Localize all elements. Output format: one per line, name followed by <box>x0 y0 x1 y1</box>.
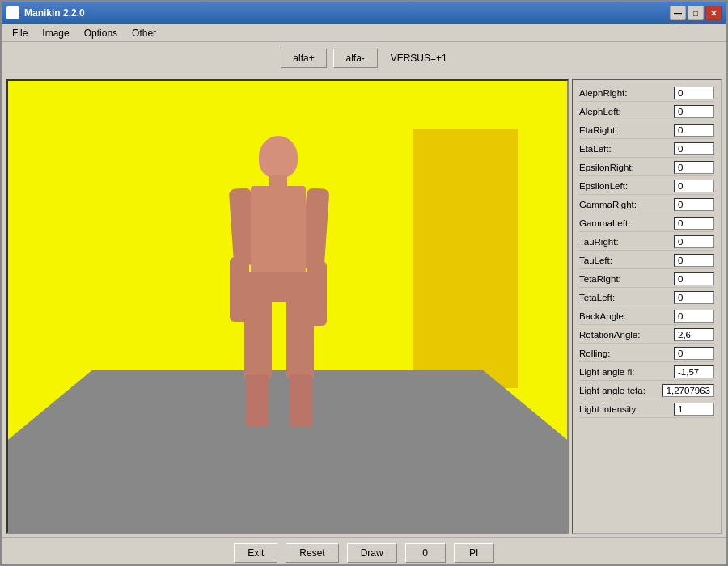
param-value-11[interactable]: 0 <box>674 291 714 304</box>
param-value-14[interactable]: 0 <box>674 347 714 360</box>
param-label-16: Light angle teta: <box>579 386 645 395</box>
figure-lower-leg-left <box>246 374 269 427</box>
pi-button[interactable]: PI <box>454 543 494 563</box>
param-row-10: TetaRight:0 <box>579 271 714 288</box>
param-value-12[interactable]: 0 <box>674 310 714 323</box>
close-button[interactable]: ✕ <box>705 6 722 20</box>
zero-button[interactable]: 0 <box>405 543 446 563</box>
param-value-8[interactable]: 0 <box>674 235 714 248</box>
toolbar: alfa+ alfa- VERSUS=+1 <box>2 42 726 74</box>
param-value-1[interactable]: 0 <box>674 105 714 118</box>
param-label-2: EtaRight: <box>579 125 617 135</box>
param-row-16: Light angle teta:1,2707963 <box>579 382 714 399</box>
menu-file[interactable]: File <box>5 25 35 41</box>
param-row-0: AlephRight:0 <box>579 85 714 102</box>
param-row-12: BackAngle:0 <box>579 308 714 325</box>
param-row-7: GammaLeft:0 <box>579 215 714 232</box>
bottom-bar: ExitResetDraw0PI <box>2 537 726 566</box>
param-label-12: BackAngle: <box>579 311 626 321</box>
param-label-4: EpsilonRight: <box>579 163 634 172</box>
param-row-5: EpsilonLeft:0 <box>579 178 714 195</box>
param-label-5: EpsilonLeft: <box>579 181 628 191</box>
param-row-6: GammaRight:0 <box>579 196 714 213</box>
app-icon: M <box>6 6 19 19</box>
param-value-0[interactable]: 0 <box>674 87 714 99</box>
alfa-minus-button[interactable]: alfa- <box>333 49 378 68</box>
param-value-7[interactable]: 0 <box>674 217 714 230</box>
param-row-3: EtaLeft:0 <box>579 141 714 158</box>
param-value-5[interactable]: 0 <box>674 180 714 192</box>
draw-button[interactable]: Draw <box>347 543 397 563</box>
param-row-11: TetaLeft:0 <box>579 289 714 306</box>
param-label-14: Rolling: <box>579 348 610 358</box>
main-content: AlephRight:0AlephLeft:0EtaRight:0EtaLeft… <box>2 74 726 537</box>
param-row-13: RotationAngle:2,6 <box>579 327 714 344</box>
scene <box>8 81 567 532</box>
side-panel: AlephRight:0AlephLeft:0EtaRight:0EtaLeft… <box>572 79 722 534</box>
menu-other[interactable]: Other <box>125 25 163 41</box>
figure-lower-leg-right <box>290 374 312 427</box>
maximize-button[interactable]: □ <box>688 6 704 20</box>
param-label-6: GammaRight: <box>579 200 637 209</box>
param-value-3[interactable]: 0 <box>674 142 714 155</box>
param-value-6[interactable]: 0 <box>674 198 714 211</box>
human-figure <box>230 136 327 427</box>
menu-options[interactable]: Options <box>77 25 125 41</box>
figure-torso <box>251 186 306 275</box>
yellow-rect <box>413 129 518 388</box>
param-label-1: AlephLeft: <box>579 107 621 116</box>
figure-upper-leg-left <box>244 298 272 378</box>
param-row-8: TauRight:0 <box>579 234 714 251</box>
param-row-2: EtaRight:0 <box>579 122 714 139</box>
param-row-9: TauLeft:0 <box>579 252 714 269</box>
versus-label: VERSUS=+1 <box>391 53 447 64</box>
param-label-3: EtaLeft: <box>579 144 612 154</box>
param-value-9[interactable]: 0 <box>674 254 714 267</box>
param-value-13[interactable]: 2,6 <box>674 328 714 341</box>
param-label-0: AlephRight: <box>579 88 627 98</box>
param-label-13: RotationAngle: <box>579 330 640 340</box>
minimize-button[interactable]: — <box>670 6 686 20</box>
window-title: Manikin 2.2.0 <box>24 7 85 19</box>
title-bar: M Manikin 2.2.0 — □ ✕ <box>2 2 726 24</box>
param-value-4[interactable]: 0 <box>674 161 714 174</box>
param-value-16[interactable]: 1,2707963 <box>662 384 714 397</box>
alfa-plus-button[interactable]: alfa+ <box>281 49 326 68</box>
figure-head <box>259 136 298 178</box>
title-controls: — □ ✕ <box>670 6 722 20</box>
param-label-10: TetaRight: <box>579 274 621 284</box>
param-value-2[interactable]: 0 <box>674 124 714 137</box>
param-label-7: GammaLeft: <box>579 218 630 228</box>
param-label-17: Light intensity: <box>579 404 639 414</box>
param-row-15: Light angle fi:-1,57 <box>579 364 714 381</box>
param-label-11: TetaLeft: <box>579 293 615 302</box>
menu-bar: File Image Options Other <box>2 24 726 42</box>
exit-button[interactable]: Exit <box>234 543 277 563</box>
param-row-17: Light intensity:1 <box>579 401 714 418</box>
figure-upper-leg-right <box>286 298 314 378</box>
param-row-14: Rolling:0 <box>579 345 714 362</box>
param-value-15[interactable]: -1,57 <box>674 365 714 378</box>
menu-image[interactable]: Image <box>35 25 76 41</box>
param-label-9: TauLeft: <box>579 256 612 265</box>
viewport[interactable] <box>6 79 569 534</box>
reset-button[interactable]: Reset <box>286 543 338 563</box>
param-value-10[interactable]: 0 <box>674 272 714 285</box>
param-value-17[interactable]: 1 <box>674 403 714 416</box>
title-bar-left: M Manikin 2.2.0 <box>6 6 85 19</box>
param-label-8: TauRight: <box>579 237 619 247</box>
param-row-1: AlephLeft:0 <box>579 103 714 120</box>
param-label-15: Light angle fi: <box>579 367 634 377</box>
param-row-4: EpsilonRight:0 <box>579 159 714 176</box>
